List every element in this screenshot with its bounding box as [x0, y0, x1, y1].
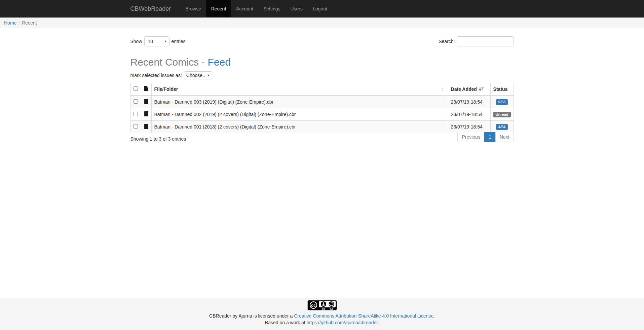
license-line: CBReader by Ajurna is licensed under a C…	[0, 313, 644, 319]
book-icon	[144, 112, 148, 117]
source-line: Based on a work at https://github.com/aj…	[0, 319, 644, 326]
pagination-next[interactable]: Next	[495, 132, 514, 142]
page-size-select[interactable]: 10	[144, 36, 169, 46]
breadcrumb-home-link[interactable]: Home	[4, 20, 16, 26]
table-row[interactable]: Batman - Damned 002 (2019) (2 covers) (D…	[130, 108, 514, 121]
nav-item-settings[interactable]: Settings	[258, 0, 286, 17]
cc-by-sa-badge[interactable]: cc BY SA	[307, 300, 337, 311]
date-added: 23/07/19-18:54	[448, 108, 490, 121]
svg-text:cc: cc	[311, 303, 316, 308]
mark-selected-control: mark selected issues as: Choose... ▼	[130, 71, 514, 79]
file-name[interactable]: Batman - Damned 003 (2019) (Digital) (Zo…	[151, 96, 448, 108]
search-control: Search:	[439, 36, 514, 46]
page-title-text: Recent Comics -	[130, 57, 208, 68]
date-added: 23/07/19-18:54	[448, 121, 490, 133]
status-badge: 6/53	[496, 99, 508, 105]
nav-item-browse[interactable]: Browse	[180, 0, 206, 17]
column-header-file-folder[interactable]: File/Folder	[151, 83, 448, 96]
file-icon	[144, 86, 148, 91]
feed-link[interactable]: Feed	[208, 57, 231, 68]
show-label: Show	[130, 39, 142, 44]
status-badge: Unread	[493, 112, 511, 117]
select-all-checkbox[interactable]	[134, 86, 138, 91]
pagination-previous[interactable]: Previous	[457, 132, 484, 142]
nav-list: Browse Recent Account Settings Users Log…	[180, 0, 332, 17]
nav-item-logout[interactable]: Logout	[308, 0, 332, 17]
nav-item-recent[interactable]: Recent	[206, 0, 231, 17]
mark-selected-label: mark selected issues as:	[130, 73, 182, 78]
pagination-page-1[interactable]: 1	[484, 132, 496, 142]
file-name[interactable]: Batman - Damned 002 (2019) (2 covers) (D…	[151, 108, 448, 121]
book-icon	[144, 124, 148, 130]
breadcrumb: Home/Recent	[0, 17, 644, 28]
column-header-date-added[interactable]: Date Added	[448, 83, 490, 96]
search-label: Search:	[439, 39, 455, 44]
license-link[interactable]: Creative Commons Attribution-ShareAlike …	[294, 313, 435, 319]
nav-item-users[interactable]: Users	[285, 0, 308, 17]
book-icon	[144, 100, 148, 105]
search-input[interactable]	[457, 36, 514, 46]
table-header-row: File/Folder Date Added	[130, 83, 514, 96]
row-checkbox[interactable]	[134, 99, 138, 104]
table-info: Showing 1 to 3 of 3 entries	[130, 133, 186, 142]
entries-label: entries	[172, 39, 186, 44]
svg-text:BY: BY	[321, 307, 325, 310]
breadcrumb-separator: /	[16, 20, 22, 26]
navbar: CBWebReader Browse Recent Account Settin…	[0, 0, 644, 17]
column-header-status: Status	[490, 83, 514, 96]
sort-both-icon	[441, 87, 445, 91]
pagination: Previous 1 Next	[457, 134, 514, 141]
sort-desc-icon	[479, 87, 484, 91]
mark-as-select[interactable]: Choose...	[184, 71, 212, 79]
row-checkbox[interactable]	[134, 124, 138, 129]
table-row[interactable]: Batman - Damned 003 (2019) (Digital) (Zo…	[130, 96, 514, 108]
status-badge: 4/54	[496, 124, 508, 130]
brand[interactable]: CBWebReader	[130, 0, 171, 17]
page: CBWebReader Browse Recent Account Settin…	[0, 0, 644, 330]
nav-item-account[interactable]: Account	[231, 0, 258, 17]
svg-text:SA: SA	[330, 307, 333, 310]
page-title: Recent Comics - Feed	[130, 57, 514, 68]
table-row[interactable]: Batman - Damned 001 (2018) (2 covers) (D…	[130, 121, 514, 133]
breadcrumb-current: Recent	[22, 20, 37, 26]
footer: cc BY SA CBReader by Ajurna is licensed …	[0, 298, 644, 330]
github-link[interactable]: https://github.com/ajurna/cbreader	[307, 320, 378, 325]
recent-comics-table: File/Folder Date Added	[130, 83, 514, 133]
entries-length-control: Show 10 ▼ entries	[130, 36, 186, 46]
row-checkbox[interactable]	[134, 112, 138, 116]
date-added: 23/07/19-18:54	[448, 96, 490, 108]
file-name[interactable]: Batman - Damned 001 (2018) (2 covers) (D…	[151, 121, 448, 133]
